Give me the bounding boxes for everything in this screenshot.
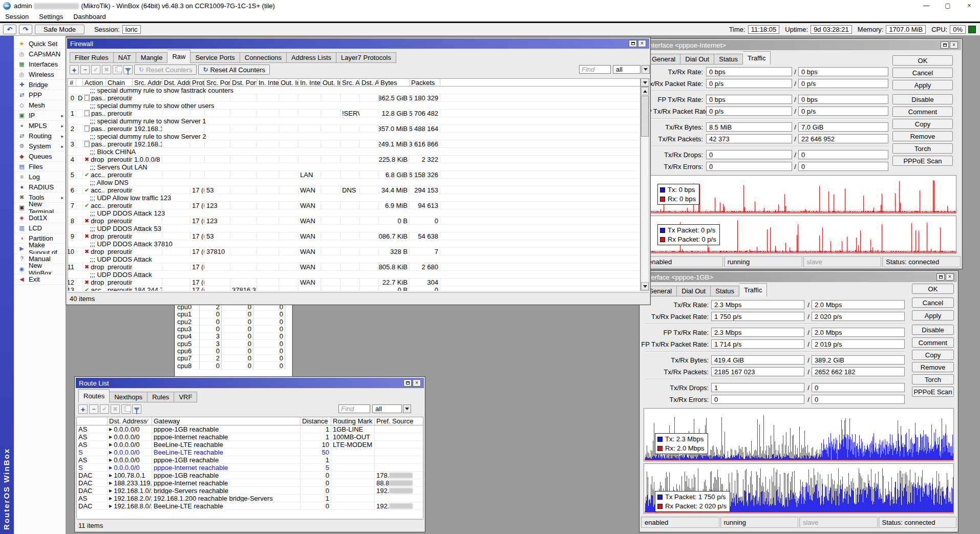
filter-dropdown-arrow-icon[interactable] [642, 65, 650, 74]
sidebar-item-interfaces[interactable]: ▦Interfaces [14, 59, 66, 70]
menu-item-session[interactable]: Session [0, 11, 34, 22]
copy-button[interactable] [113, 65, 122, 74]
pppoe-1gb-tab-traffic[interactable]: Traffic [739, 283, 767, 296]
pppoe-1gb-field-value-tx[interactable]: 2.3 Mbps [711, 300, 804, 309]
cancel-button[interactable]: Cancel [912, 297, 954, 308]
pppoe-1gb-field-value-tx[interactable]: 1 750 p/s [711, 312, 804, 321]
find-input[interactable] [338, 404, 370, 413]
firewall-tab-connections[interactable]: Connections [240, 52, 287, 63]
cpu-row[interactable]: cpu1000 [176, 311, 286, 318]
column-header-packets-16[interactable]: Packets [410, 79, 440, 86]
sidebar-item-make-supout-rif[interactable]: ▶Make Supout.rif [14, 244, 66, 254]
find-input[interactable] [579, 65, 611, 74]
column-header-flags-1[interactable] [76, 79, 83, 86]
cpu-row[interactable]: cpu5300 [176, 340, 286, 347]
pppoe-internet-field-value-tx[interactable]: 8.5 MiB [706, 122, 792, 132]
pppoe-1gb-field-value-tx[interactable]: 419.4 GiB [711, 355, 804, 365]
sidebar-item-new-winbox[interactable]: ◉New WinBox [14, 264, 66, 274]
pppoe-1gb-titlebar[interactable]: Interface <pppoe-1GB>× [641, 272, 957, 282]
sidebar-item-routing[interactable]: ⇄Routing▸ [14, 131, 66, 141]
column-header-dst-address-5[interactable]: Dst. Address [162, 79, 190, 86]
firewall-comment-row[interactable]: ;;; special dummy rule to show Server 2 [68, 133, 640, 140]
route-row[interactable]: AS▶192.168.2.0/24192.168.1.200 reachable… [77, 495, 423, 502]
column-header-routing-mark[interactable]: Routing Mark [331, 417, 375, 425]
column-header-action-2[interactable]: Action [83, 79, 106, 86]
filter-dropdown[interactable]: all [613, 65, 641, 74]
sidebar-item-new-terminal[interactable]: ▣New Terminal [14, 203, 66, 213]
sidebar-item-exit[interactable]: ◀Exit [14, 274, 66, 285]
pppoe-internet-field-value-rx[interactable]: 0 p/s [798, 106, 888, 116]
route-row[interactable]: DAC▶192.168.1.0/24bridge-Servers reachab… [77, 487, 423, 495]
torch-button[interactable]: Torch [892, 143, 953, 154]
route-row[interactable]: DAC▶192.168.8.0/24BeeLine-LTE reachable0… [77, 502, 423, 510]
cpu-row[interactable]: cpu7200 [176, 355, 286, 362]
firewall-rule-row[interactable]: 4✖dropprerouting1.0.0.0/8225.8 KiB2 322 [68, 156, 640, 163]
maximize-icon[interactable]: ▢ [937, 0, 958, 11]
firewall-rule-row[interactable]: 0Dpas...prerouting862.5 GiB4785 180 329 [68, 94, 640, 102]
pppoe-1gb-field-value-tx[interactable]: 1 714 p/s [711, 339, 804, 349]
route-tab-vrf[interactable]: VRF [174, 392, 197, 402]
restore-icon[interactable] [941, 41, 949, 49]
enable-button[interactable]: ✔ [100, 404, 109, 414]
column-header-chain-3[interactable]: Chain [106, 79, 133, 86]
filter-button[interactable] [132, 404, 141, 414]
column-header-in-inter-9[interactable]: In. Inter... [257, 79, 279, 86]
firewall-rule-row[interactable]: 10✖dropprerouting17 (u...37810WAN328 B7 [68, 248, 640, 255]
redo-icon[interactable]: ↷ [19, 25, 32, 34]
safe-mode-button[interactable]: Safe Mode [35, 25, 84, 34]
route-tab-nexthops[interactable]: Nexthops [110, 392, 147, 402]
pppoe-internet-field-value-tx[interactable]: 0 p/s [706, 79, 792, 88]
reset-counters-button[interactable]: ↻Reset Counters [134, 65, 197, 75]
pppoe-internet-tab-general[interactable]: General [647, 54, 680, 65]
sidebar-item-log[interactable]: ≡Log [14, 172, 66, 182]
pppoe-1gb-field-value-rx[interactable]: 2 019 p/s [812, 339, 905, 349]
enable-button[interactable]: ✔ [91, 65, 100, 74]
remove-button[interactable]: − [89, 404, 98, 414]
firewall-tab-nat[interactable]: NAT [114, 52, 136, 63]
pppoe-internet-field-value-rx[interactable]: 22 646 952 [798, 134, 888, 143]
sidebar-item-mpls[interactable]: ●MPLS▸ [14, 121, 66, 131]
add-button[interactable]: + [70, 65, 79, 74]
route-tab-rules[interactable]: Rules [147, 392, 174, 402]
pppoe-internet-field-value-rx[interactable]: 0 [798, 162, 888, 171]
ok-button[interactable]: OK [912, 284, 954, 294]
column-header-proto-6[interactable]: Proto... [190, 79, 205, 86]
close-icon[interactable]: × [950, 41, 958, 49]
restore-icon[interactable] [936, 273, 945, 281]
cancel-button[interactable]: Cancel [892, 68, 953, 78]
route-row[interactable]: AS▶0.0.0.0/0BeeLine-LTE reachable10LTE-M… [77, 441, 423, 448]
restore-icon[interactable] [629, 40, 637, 47]
pppoe-1gb-field-value-rx[interactable]: 2 020 p/s [812, 312, 905, 321]
sidebar-item-bridge[interactable]: ✚Bridge [14, 80, 66, 90]
firewall-rule-row[interactable]: 7✔acc...prerouting17 (u...123WAN6.9 MiB9… [68, 202, 640, 209]
column-header-pref-source[interactable]: Pref. Source [375, 417, 423, 425]
filter-button[interactable] [123, 65, 133, 74]
route-row[interactable]: AS▶0.0.0.0/0pppoe-Internet reachable1100… [77, 433, 423, 441]
firewall-comment-row[interactable]: ;;; special dummy rule to show fasttrack… [68, 87, 640, 94]
copy-button[interactable]: Copy [912, 350, 954, 360]
close-icon[interactable]: × [638, 40, 646, 47]
pppoe-1gb-tab-status[interactable]: Status [711, 286, 739, 296]
app-titlebar[interactable]: admin(MikroTik) - WinBox (64bit) v6.48.3… [0, 0, 980, 11]
firewall-tab-mangle[interactable]: Mangle [136, 52, 168, 63]
sidebar-item-quick-set[interactable]: ★Quick Set [14, 39, 66, 49]
disable-button[interactable]: ✖ [111, 404, 120, 414]
pppoe-1gb-field-value-tx[interactable]: 1 [711, 383, 804, 392]
route-row[interactable]: AS▶0.0.0.0/0pppoe-1GB reachable1 [77, 456, 423, 464]
remove-button[interactable]: − [80, 65, 90, 74]
cpu-row[interactable]: cpu4300 [176, 333, 286, 340]
torch-button[interactable]: Torch [912, 374, 954, 385]
apply-button[interactable]: Apply [912, 310, 954, 321]
column-header-out-int-10[interactable]: Out. Int... [279, 79, 299, 86]
copy-button[interactable] [121, 404, 131, 414]
comment-button[interactable]: Comment [892, 106, 953, 117]
pppoe-internet-field-value-tx[interactable]: 42 373 [706, 134, 792, 143]
firewall-tab-layer7-protocols[interactable]: Layer7 Protocols [336, 52, 396, 63]
firewall-comment-row[interactable]: ;;; UDP Allow low traffic 123 [68, 194, 640, 202]
column-header-src-port-7[interactable]: Src. Port [205, 79, 230, 86]
sidebar-item-dot1x[interactable]: ◈Dot1X [14, 213, 66, 223]
menu-item-settings[interactable]: Settings [34, 11, 68, 22]
column-header-dst-ad-14[interactable]: Dst. Ad... [360, 79, 379, 86]
cpu-row[interactable]: cpu3000 [176, 326, 286, 333]
pppoe-1gb-field-value-rx[interactable]: 0 [812, 395, 905, 404]
